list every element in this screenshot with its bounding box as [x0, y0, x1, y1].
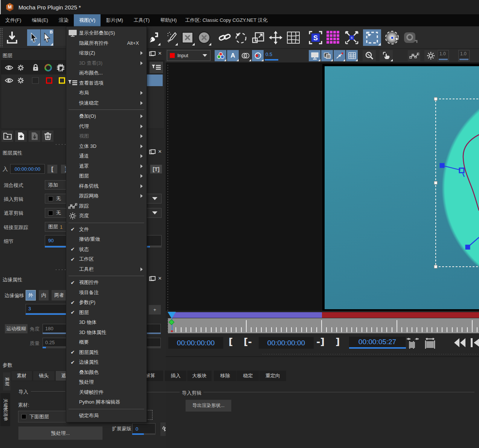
view-menu-item[interactable]: 跟踪 [66, 201, 146, 211]
new-layer-button[interactable] [15, 131, 27, 142]
view-menu-item[interactable]: Python 脚本编辑器 [66, 397, 146, 407]
stabilize-view-button[interactable]: S [308, 29, 323, 46]
expand-mask-field[interactable]: 0 [132, 423, 156, 434]
overlay-opacity-field[interactable]: 0.5 [265, 52, 272, 57]
view-menu-item[interactable]: 3D 查看(3) [66, 58, 146, 68]
selection-corner-squares[interactable] [434, 97, 437, 268]
view-menu-item[interactable]: 工具栏 [66, 264, 146, 275]
view-menu-item[interactable]: 概要 [66, 337, 146, 348]
view-menu-item[interactable]: ✔文件 [66, 225, 146, 235]
in-point-field[interactable]: 00:00:00:00 [168, 337, 223, 349]
show-layers-toggle[interactable] [321, 50, 333, 61]
view-menu-item[interactable]: ✔边缘属性 [66, 357, 146, 368]
timeline-untracked-range[interactable] [322, 312, 479, 318]
exposure-field[interactable]: 1.0 [438, 50, 449, 61]
new-layer-folder-button[interactable] [2, 131, 13, 142]
track-spline-tool-button[interactable] [233, 29, 248, 46]
x-spline-circle-tool-button[interactable] [197, 29, 212, 46]
opacity-slider[interactable] [265, 59, 278, 61]
edge-both-button[interactable]: 两者 [52, 290, 67, 301]
view-menu-item[interactable]: 遮罩 [66, 161, 146, 172]
alpha-toggle[interactable]: A [227, 50, 239, 61]
surface-selection-rect[interactable] [436, 99, 479, 267]
keyframe-marker[interactable] [169, 319, 175, 325]
gamma-field[interactable]: 1.0 [458, 50, 470, 61]
lens-module-button[interactable] [402, 29, 418, 46]
timeline-ruler[interactable] [168, 318, 479, 333]
view-menu-item[interactable]: 查看首选项 [66, 78, 146, 88]
close-panel-icon[interactable]: ✕ [157, 149, 163, 154]
view-menu-item[interactable]: 画布颜色... [66, 68, 146, 78]
import-layer-button[interactable] [29, 131, 40, 142]
menubar-item[interactable]: 帮助(H) [155, 14, 182, 26]
view-menu-item[interactable]: 样条切线 [66, 181, 146, 191]
close-panel-icon[interactable]: ✕ [157, 276, 163, 281]
tab-clip[interactable]: 素材 [11, 371, 32, 381]
view-menu-item[interactable]: 项目备注 [66, 288, 146, 298]
pan-hand-tool[interactable] [380, 50, 393, 61]
in-timecode-field[interactable]: 00:00:00:00 [10, 164, 45, 174]
delete-layer-button[interactable] [42, 131, 53, 142]
float-panel-icon[interactable] [149, 51, 154, 56]
overlay-toggle[interactable] [252, 50, 264, 61]
add-spline-tool-button[interactable] [147, 29, 161, 46]
gear-column-icon[interactable] [17, 64, 24, 71]
marquee-zoom-tool-button[interactable] [363, 29, 381, 46]
view-menu-item[interactable]: 通道 [66, 151, 146, 161]
view-menu-item[interactable]: 3D 物体 [66, 317, 146, 328]
magnify-tool[interactable] [363, 50, 376, 61]
set-out-bracket-button[interactable]: ] [336, 336, 340, 347]
view-menu-item[interactable]: 叠加(O) [66, 111, 146, 121]
layer-lock-checkbox[interactable] [32, 77, 39, 84]
view-menu-item[interactable]: 预处理 [66, 377, 146, 387]
export-rendered-shapes-button[interactable]: 导出渲染形状... [185, 399, 232, 412]
track-points-tool[interactable] [408, 50, 420, 61]
link-tool-button[interactable] [218, 29, 232, 46]
zoom-full-timeline-button[interactable] [423, 337, 437, 349]
show-splines-toggle[interactable] [334, 50, 345, 61]
goto-out-button[interactable]: -] [316, 336, 325, 347]
panel-grip[interactable] [55, 144, 66, 145]
view-menu-item[interactable]: 撤销/重做 [66, 234, 146, 245]
control-point[interactable] [440, 163, 445, 168]
view-menu-item[interactable]: 隐藏所有控件Alt+X [66, 38, 146, 49]
playhead[interactable] [168, 312, 176, 319]
timecode-format-button[interactable]: [T] [150, 164, 162, 174]
view-menu-item[interactable]: ✔视图控件 [66, 278, 146, 288]
edge-width-plus-button[interactable]: + [148, 305, 161, 315]
tab-lens[interactable]: 镜头 [33, 371, 55, 381]
control-point[interactable] [465, 245, 470, 250]
view-menu-item[interactable]: 图层 [66, 171, 146, 181]
show-overlays-toggle[interactable] [309, 50, 320, 61]
lens-preview-button[interactable] [384, 29, 401, 46]
hidden-tool-button[interactable] [54, 29, 66, 46]
float-panel-icon[interactable] [149, 276, 154, 281]
set-in-button[interactable]: [ [47, 164, 58, 174]
move-tool-button[interactable] [268, 29, 283, 46]
zoom-in-out-points-button[interactable] [406, 337, 420, 349]
mesh-warp-tool-button[interactable] [285, 29, 301, 46]
timeline-tracked-range[interactable] [172, 312, 322, 318]
vertical-tab-clip[interactable]: 素材 [3, 372, 11, 390]
menubar-item[interactable]: 渲染 [53, 14, 74, 26]
set-in-bracket-button[interactable]: [ [229, 336, 233, 347]
view-menu-item[interactable]: 立体 3D [66, 141, 146, 152]
close-panel-icon[interactable]: ✕ [157, 51, 163, 56]
prev-keyframe-button[interactable]: T [469, 337, 479, 349]
tab-insert[interactable]: 插入 [165, 371, 186, 381]
view-menu-item[interactable]: ✔图层 [66, 308, 146, 318]
color-channels-toggle[interactable] [215, 50, 226, 61]
motion-blur-button[interactable]: 运动模糊 [5, 324, 28, 334]
brush-tool-button[interactable] [165, 29, 178, 46]
rewind-button[interactable] [452, 337, 467, 349]
select-tool-button[interactable] [27, 29, 40, 46]
current-time-field[interactable]: 00:00:00:00 [259, 337, 314, 349]
x-spline-rect-tool-button[interactable] [180, 29, 195, 46]
view-menu-item[interactable]: ✔工作区 [66, 254, 146, 264]
show-grid-toggle[interactable] [346, 50, 358, 61]
view-menu-item[interactable]: ✔参数(P) [66, 298, 146, 308]
preprocess-button[interactable]: 预处理... [18, 426, 103, 440]
goto-in-button[interactable]: [- [244, 336, 252, 347]
grid-overlay-button[interactable] [325, 29, 342, 46]
view-menu-item[interactable]: 快速稳定 [66, 98, 146, 108]
